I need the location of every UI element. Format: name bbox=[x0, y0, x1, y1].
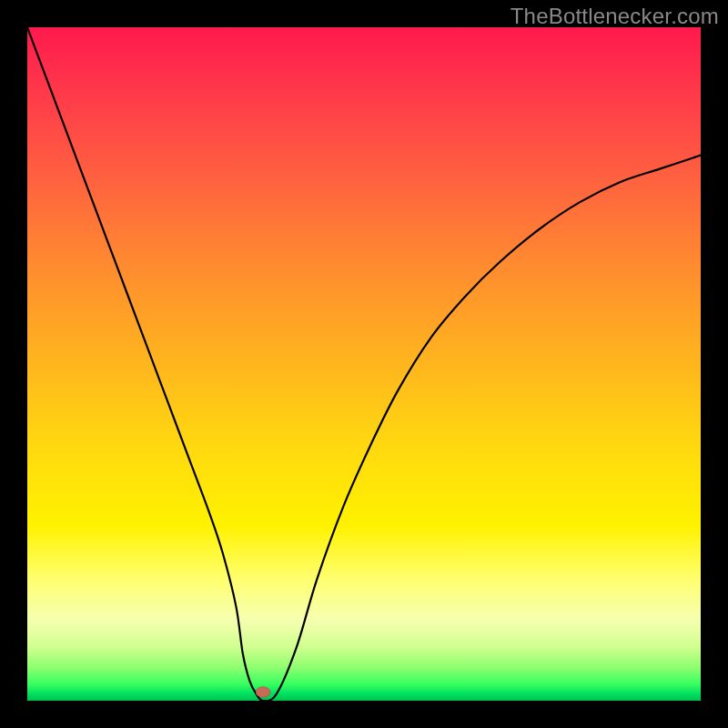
bottleneck-curve bbox=[27, 27, 701, 701]
watermark-text: TheBottlenecker.com bbox=[511, 4, 719, 29]
optimum-marker bbox=[256, 687, 270, 698]
curve-svg bbox=[27, 27, 701, 701]
plot-area bbox=[27, 27, 701, 701]
chart-frame: TheBottlenecker.com bbox=[0, 0, 728, 728]
